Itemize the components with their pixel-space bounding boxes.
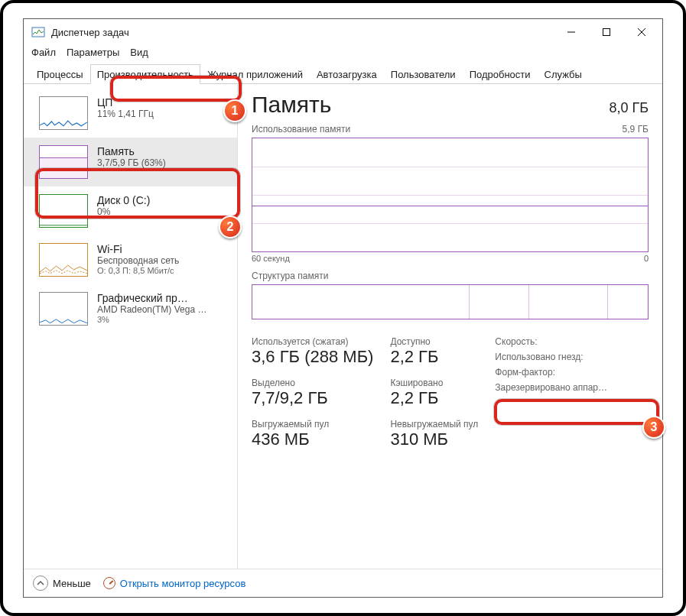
wifi-title: Wi-Fi: [97, 243, 179, 255]
resource-monitor-label: Открыть монитор ресурсов: [120, 578, 245, 589]
tab-users[interactable]: Пользователи: [384, 64, 463, 83]
form-factor-label: Форм-фактор:: [495, 367, 649, 378]
menu-options[interactable]: Параметры: [67, 47, 119, 58]
gpu-sub: AMD Radeon(TM) Vega …: [97, 304, 206, 315]
sidebar-item-cpu[interactable]: ЦП 11% 1,41 ГГц: [24, 89, 237, 138]
wifi-thumb: [39, 243, 88, 277]
memory-sub: 3,7/5,9 ГБ (63%): [97, 157, 166, 168]
wifi-sub2: О: 0,3 П: 8,5 Мбит/с: [97, 266, 179, 275]
tabs: Процессы Производительность Журнал прило…: [24, 63, 662, 84]
titlebar: Диспетчер задач: [24, 19, 662, 45]
menubar: Файл Параметры Вид: [24, 45, 662, 63]
usage-max: 5,9 ГБ: [623, 124, 649, 135]
memory-thumb: [39, 145, 88, 179]
chevron-up-icon: [33, 575, 48, 591]
fewer-label: Меньше: [53, 578, 91, 589]
resource-monitor-icon: [103, 577, 115, 589]
fewer-details-button[interactable]: Меньше: [33, 575, 91, 591]
x-axis-right: 0: [644, 254, 649, 263]
memory-usage-chart: [252, 138, 649, 252]
cpu-title: ЦП: [97, 96, 154, 109]
menu-file[interactable]: Файл: [31, 47, 56, 58]
cached-label: Кэшировано: [390, 378, 478, 388]
hw-reserved-label: Зарезервировано аппар…: [495, 382, 649, 393]
committed-value: 7,7/9,2 ГБ: [252, 388, 373, 408]
nonpaged-pool-label: Невыгружаемый пул: [390, 419, 478, 430]
tab-performance[interactable]: Производительность: [90, 64, 200, 84]
menu-view[interactable]: Вид: [130, 47, 148, 58]
paged-pool-label: Выгружаемый пул: [252, 419, 373, 430]
sidebar-item-memory[interactable]: Память 3,7/5,9 ГБ (63%): [24, 138, 237, 186]
paged-pool-value: 436 МБ: [252, 430, 373, 449]
svg-rect-6: [40, 158, 87, 179]
minimize-button[interactable]: [554, 21, 589, 44]
page-title: Память: [252, 92, 332, 118]
footer: Меньше Открыть монитор ресурсов: [24, 569, 662, 597]
disk-title: Диск 0 (C:): [97, 194, 150, 206]
gpu-sub2: 3%: [97, 315, 206, 324]
cached-value: 2,2 ГБ: [390, 388, 478, 408]
gpu-title: Графический пр…: [97, 292, 206, 304]
tab-processes[interactable]: Процессы: [30, 64, 90, 83]
window-title: Диспетчер задач: [51, 27, 129, 38]
svg-rect-2: [603, 29, 610, 36]
sidebar-item-disk0[interactable]: Диск 0 (C:) 0%: [24, 186, 237, 235]
main-panel: Память 8,0 ГБ Использование памяти 5,9 Г…: [238, 84, 662, 569]
in-use-label: Используется (сжатая): [252, 336, 373, 347]
committed-label: Выделено: [252, 378, 373, 388]
usage-label: Использование памяти: [252, 124, 350, 135]
wifi-sub: Беспроводная сеть: [97, 255, 179, 266]
gpu-thumb: [39, 292, 88, 326]
cpu-thumb: [39, 96, 88, 130]
in-use-value: 3,6 ГБ (288 МБ): [252, 347, 373, 367]
app-icon: [31, 25, 45, 39]
total-memory: 8,0 ГБ: [609, 100, 649, 116]
available-label: Доступно: [390, 336, 478, 347]
memory-composition-chart: [252, 284, 649, 319]
tab-app-history[interactable]: Журнал приложений: [200, 64, 310, 83]
close-button[interactable]: [624, 21, 659, 44]
tab-details[interactable]: Подробности: [463, 64, 538, 83]
composition-label: Структура памяти: [252, 271, 649, 281]
memory-title: Память: [97, 145, 166, 157]
open-resource-monitor-link[interactable]: Открыть монитор ресурсов: [103, 577, 245, 589]
sidebar-item-gpu[interactable]: Графический пр… AMD Radeon(TM) Vega … 3%: [24, 284, 237, 333]
speed-label: Скорость:: [495, 336, 649, 347]
maximize-button[interactable]: [589, 21, 624, 44]
disk-thumb: [39, 194, 88, 228]
task-manager-window: Диспетчер задач Файл Параметры Вид Проце…: [23, 18, 663, 598]
available-value: 2,2 ГБ: [390, 347, 478, 367]
cpu-sub: 11% 1,41 ГГц: [97, 109, 154, 119]
tab-startup[interactable]: Автозагрузка: [310, 64, 384, 83]
x-axis-left: 60 секунд: [252, 254, 290, 263]
slots-label: Использовано гнезд:: [495, 352, 649, 362]
nonpaged-pool-value: 310 МБ: [390, 430, 478, 449]
sidebar: ЦП 11% 1,41 ГГц Память 3,7/5,9 ГБ (63%): [24, 84, 238, 569]
sidebar-item-wifi[interactable]: Wi-Fi Беспроводная сеть О: 0,3 П: 8,5 Мб…: [24, 235, 237, 284]
disk-sub: 0%: [97, 206, 150, 217]
tab-services[interactable]: Службы: [538, 64, 589, 83]
